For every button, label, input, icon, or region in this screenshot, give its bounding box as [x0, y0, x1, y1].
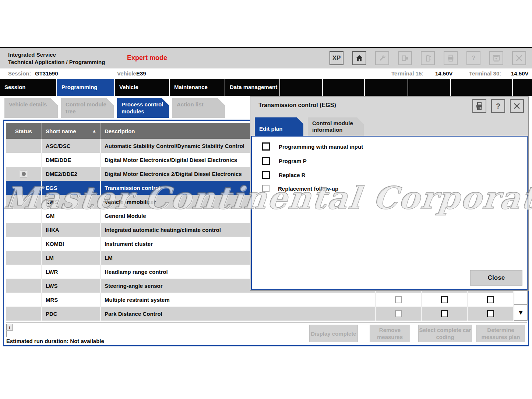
- edit-plan-panel: Programming with manual input Program P …: [251, 136, 528, 290]
- short-name-cell: LWS: [42, 279, 101, 293]
- session-label: Session:: [8, 70, 31, 77]
- battery-icon[interactable]: [421, 51, 435, 65]
- short-name-cell: EWS: [42, 195, 101, 209]
- nav-cell-empty: [323, 79, 364, 96]
- printer-icon[interactable]: [444, 51, 458, 65]
- chevron-down-icon: ▼: [518, 309, 524, 317]
- checkbox-replace-r[interactable]: [262, 171, 270, 179]
- select-complete-car-coding-button[interactable]: Select complete car coding: [418, 325, 472, 342]
- status-cell: [6, 251, 42, 265]
- nav-tab-programming[interactable]: Programming: [57, 79, 114, 96]
- expert-mode-label: Expert mode: [127, 54, 167, 62]
- sort-asc-icon: ▲: [92, 128, 96, 134]
- print-icon[interactable]: [472, 99, 486, 113]
- description-cell: Multiple restraint system: [101, 293, 376, 307]
- status-cell: [6, 293, 42, 307]
- tab-vehicle-details[interactable]: Vehicle details: [4, 98, 58, 118]
- column-header-status[interactable]: Status: [6, 123, 42, 139]
- checkbox-program-p[interactable]: [262, 157, 270, 165]
- measure-checkbox[interactable]: [395, 296, 402, 303]
- measure-checkbox[interactable]: [395, 310, 402, 317]
- nav-tab-session[interactable]: Session: [0, 79, 56, 96]
- checkbox-replacement-follow-up[interactable]: [262, 185, 269, 192]
- nav-tab-vehicle[interactable]: Vehicle: [115, 79, 169, 96]
- measure-cell[interactable]: [376, 293, 422, 307]
- measure-cell[interactable]: [422, 293, 468, 307]
- terminal15-label: Terminal 15:: [391, 70, 423, 77]
- display-settings-icon[interactable]: [489, 51, 503, 65]
- nav-tab-data-management[interactable]: Data management: [225, 79, 279, 96]
- tab-control-module-information[interactable]: Control module information: [308, 117, 364, 136]
- status-cell: [6, 223, 42, 237]
- table-row-pdc[interactable]: PDC Park Distance Control: [6, 307, 514, 321]
- wrench-icon[interactable]: [375, 51, 389, 65]
- short-name-cell: GM: [42, 209, 101, 223]
- measure-checkbox[interactable]: [441, 310, 448, 317]
- app-title-line2: Technical Application / Programming: [8, 59, 105, 66]
- checkbox-label: Replacement follow-up: [278, 186, 338, 192]
- checkbox-row-programming-manual-input: Programming with manual input: [262, 142, 363, 151]
- checkbox-programming-manual-input[interactable]: [262, 142, 270, 151]
- checkbox-row-replace-r: Replace R: [262, 171, 306, 179]
- main-nav: Session Programming Vehicle Maintenance …: [0, 79, 532, 96]
- tab-edit-plan-label: Edit plan: [259, 126, 282, 132]
- remove-measures-button[interactable]: Remove measures: [370, 325, 410, 342]
- measure-cell[interactable]: [376, 307, 422, 321]
- description-cell: Park Distance Control: [101, 307, 376, 321]
- display-complete-button[interactable]: Display complete: [309, 325, 358, 342]
- control-module-icon[interactable]: [398, 51, 412, 65]
- table-row-mrs[interactable]: MRS Multiple restraint system: [6, 293, 514, 307]
- measure-cell[interactable]: [468, 293, 514, 307]
- tab-process-control-modules[interactable]: Process control modules: [117, 98, 169, 118]
- status-cell: [6, 153, 42, 167]
- checkbox-label: Replace R: [279, 172, 306, 178]
- measure-checkbox[interactable]: [441, 296, 448, 303]
- tab-control-module-tree[interactable]: Control module tree: [61, 98, 114, 118]
- short-name-cell: PDC: [42, 307, 101, 321]
- app-title-line1: Integrated Service: [8, 51, 105, 59]
- column-header-short-name-label: Short name: [46, 128, 76, 134]
- nav-tab-maintenance[interactable]: Maintenance: [170, 79, 225, 96]
- short-name-cell: EGS: [42, 181, 101, 195]
- measure-checkbox[interactable]: [487, 296, 494, 303]
- status-cell: [6, 139, 42, 153]
- app-title: Integrated Service Technical Application…: [8, 51, 105, 66]
- status-cell: [6, 195, 42, 209]
- short-name-cell: LWR: [42, 265, 101, 279]
- help-icon[interactable]: ?: [466, 51, 480, 65]
- tab-edit-plan[interactable]: Edit plan: [255, 117, 303, 136]
- tab-action-list[interactable]: Action list: [172, 98, 225, 118]
- checkbox-label: Programming with manual input: [279, 144, 363, 150]
- home-icon[interactable]: [352, 51, 366, 65]
- session-bar: Session: GT31590 Vehicle: E39 Terminal 1…: [0, 68, 532, 79]
- close-icon[interactable]: [512, 51, 526, 65]
- short-name-cell: KOMBI: [42, 237, 101, 251]
- terminal30-value: 14.50V: [511, 70, 529, 77]
- checkbox-label: Program P: [279, 158, 307, 164]
- column-header-short-name[interactable]: Short name ▲: [42, 123, 101, 139]
- close-button[interactable]: Close: [470, 270, 522, 286]
- checkbox-row-program-p: Program P: [262, 157, 307, 165]
- scroll-down-button[interactable]: ▼: [514, 304, 527, 320]
- ista-app-window: Integrated Service Technical Application…: [0, 0, 532, 399]
- status-cell: [6, 181, 42, 195]
- dialog-title: Transmission control (EGS): [258, 102, 336, 109]
- measure-cell[interactable]: [422, 307, 468, 321]
- short-name-cell: MRS: [42, 293, 101, 307]
- progress-bar: [6, 331, 163, 337]
- nav-cell-empty: [408, 79, 450, 96]
- xp-button[interactable]: XP: [330, 51, 343, 65]
- dialog-close-icon[interactable]: [510, 99, 524, 113]
- measure-checkbox[interactable]: [487, 310, 494, 317]
- info-icon: i: [6, 324, 13, 331]
- status-cell: [6, 167, 42, 181]
- dialog-help-icon[interactable]: ?: [491, 99, 505, 113]
- measure-cell[interactable]: [468, 307, 514, 321]
- nav-cell-empty: [280, 79, 322, 96]
- short-name-cell: DME2/DDE2: [42, 167, 101, 181]
- short-name-cell: DME/DDE: [42, 153, 101, 167]
- app-header: Integrated Service Technical Application…: [0, 47, 532, 68]
- determine-measures-plan-button[interactable]: Determine measures plan: [476, 325, 525, 342]
- nav-cell-empty: [451, 79, 512, 96]
- status-cell: [6, 265, 42, 279]
